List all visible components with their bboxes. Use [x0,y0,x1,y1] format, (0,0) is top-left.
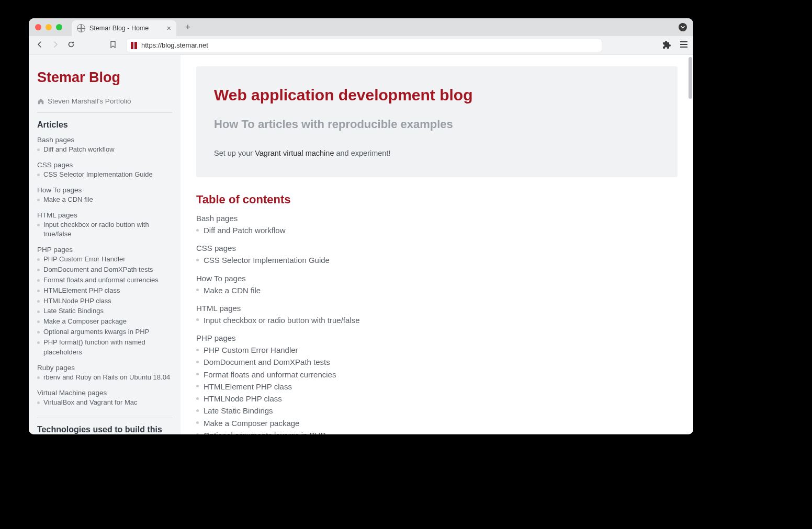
content-area: Stemar Blog Steven Marshall's Portfolio … [29,55,693,434]
window-controls [35,24,62,30]
maximize-window-button[interactable] [56,24,62,30]
toc-article-link[interactable]: Optional arguments kwargs in PHP [196,429,678,434]
sidebar-article-link[interactable]: Format floats and unformat currencies [37,275,172,285]
toolbar: https://blog.stemar.net [29,36,693,55]
sidebar: Stemar Blog Steven Marshall's Portfolio … [29,55,181,434]
tech-heading: Technologies used to build this blog [37,424,172,434]
hero-section: Web application development blog How To … [196,66,678,177]
browser-tab[interactable]: Stemar Blog - Home × [72,20,176,36]
toc-article-link[interactable]: HTMLNode PHP class [196,393,678,405]
toc-category[interactable]: Bash pages [196,214,678,223]
sidebar-article-link[interactable]: HTMLElement PHP class [37,286,172,296]
sidebar-article-link[interactable]: Input checkbox or radio button with true… [37,220,172,240]
hero-title: Web application development blog [214,86,660,104]
toc-article-link[interactable]: Format floats and unformat currencies [196,369,678,381]
sidebar-article-link[interactable]: DomDocument and DomXPath tests [37,265,172,275]
sidebar-article-link[interactable]: Diff and Patch workflow [37,145,172,155]
sidebar-category[interactable]: PHP pages [37,246,172,254]
close-tab-button[interactable]: × [167,24,171,32]
toc-category[interactable]: How To pages [196,274,678,283]
tab-title: Stemar Blog - Home [89,25,149,32]
sidebar-category[interactable]: Ruby pages [37,364,172,372]
hero-subtitle: How To articles with reproducible exampl… [214,118,660,131]
titlebar: Stemar Blog - Home × + [29,18,693,36]
scrollbar-thumb[interactable] [689,57,692,99]
toc-article-link[interactable]: Make a Composer package [196,417,678,429]
hero-text: Set up your Vagrant virtual machine and … [214,149,660,157]
sidebar-article-link[interactable]: Make a Composer package [37,317,172,327]
site-favicon [131,42,137,49]
toc-article-link[interactable]: Diff and Patch workflow [196,224,678,236]
new-tab-button[interactable]: + [182,22,194,33]
site-title[interactable]: Stemar Blog [37,70,172,86]
url-text: https://blog.stemar.net [141,41,208,49]
browser-window: Stemar Blog - Home × + https://blog.stem… [29,18,693,434]
back-button[interactable] [34,41,46,50]
toc-article-link[interactable]: HTMLElement PHP class [196,381,678,393]
sidebar-article-link[interactable]: CSS Selector Implementation Guide [37,170,172,180]
toc-article-link[interactable]: CSS Selector Implementation Guide [196,254,678,266]
sidebar-article-link[interactable]: HTMLNode PHP class [37,296,172,306]
minimize-window-button[interactable] [46,24,52,30]
bookmark-icon[interactable] [107,41,119,50]
address-bar[interactable]: https://blog.stemar.net [126,39,602,52]
sidebar-article-link[interactable]: VirtualBox and Vagrant for Mac [37,398,172,408]
globe-icon [77,24,85,32]
divider [37,418,172,418]
toc-article-link[interactable]: DomDocument and DomXPath tests [196,356,678,368]
sidebar-article-link[interactable]: PHP format() function with named placeho… [37,338,172,358]
sidebar-article-link[interactable]: Optional arguments kwargs in PHP [37,327,172,337]
toc-heading: Table of contents [196,193,678,206]
home-icon [37,98,44,105]
sidebar-article-link[interactable]: Make a CDN file [37,195,172,205]
sidebar-article-link[interactable]: Late Static Bindings [37,306,172,316]
sidebar-category[interactable]: Bash pages [37,136,172,144]
toc-article-link[interactable]: Make a CDN file [196,284,678,296]
sidebar-category[interactable]: CSS pages [37,161,172,169]
toc-category[interactable]: HTML pages [196,304,678,313]
main-content: Web application development blog How To … [181,55,693,434]
toc-category[interactable]: PHP pages [196,334,678,342]
portfolio-label: Steven Marshall's Portfolio [48,97,131,105]
sidebar-article-link[interactable]: PHP Custom Error Handler [37,255,172,264]
portfolio-link[interactable]: Steven Marshall's Portfolio [37,97,172,113]
toc-article-link[interactable]: PHP Custom Error Handler [196,344,678,356]
articles-heading: Articles [37,120,172,130]
tab-overflow-button[interactable] [679,23,687,31]
toc-article-link[interactable]: Input checkbox or radio button with true… [196,314,678,326]
close-window-button[interactable] [35,24,41,30]
forward-button[interactable] [50,41,61,50]
toc-article-link[interactable]: Late Static Bindings [196,405,678,417]
vagrant-link[interactable]: Vagrant virtual machine [255,149,334,157]
sidebar-category[interactable]: How To pages [37,186,172,194]
toc-category[interactable]: CSS pages [196,244,678,252]
sidebar-category[interactable]: Virtual Machine pages [37,389,172,397]
extensions-button[interactable] [663,40,671,51]
reload-button[interactable] [65,41,77,50]
sidebar-article-link[interactable]: rbenv and Ruby on Rails on Ubuntu 18.04 [37,373,172,383]
sidebar-category[interactable]: HTML pages [37,211,172,219]
menu-button[interactable] [680,41,688,50]
